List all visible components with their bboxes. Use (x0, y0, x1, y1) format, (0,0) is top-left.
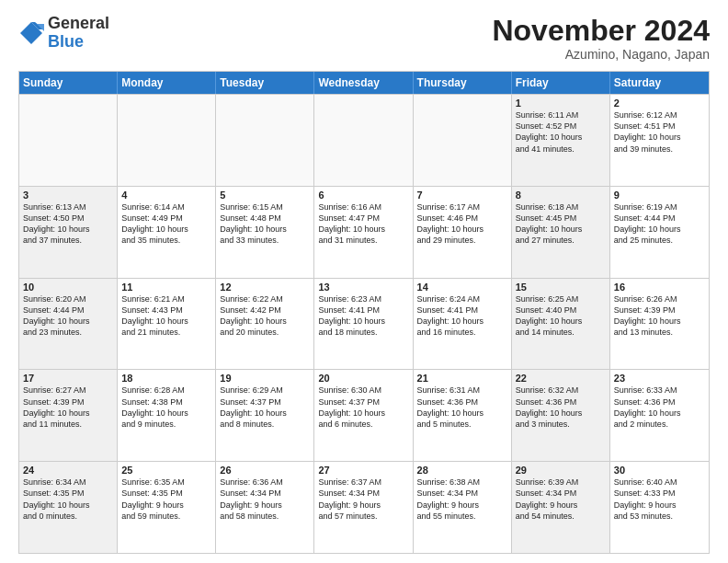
cal-cell (19, 95, 118, 186)
calendar: SundayMondayTuesdayWednesdayThursdayFrid… (18, 71, 710, 554)
day-info: Sunrise: 6:13 AM Sunset: 4:50 PM Dayligh… (23, 201, 113, 247)
day-info: Sunrise: 6:36 AM Sunset: 4:34 PM Dayligh… (220, 477, 310, 522)
calendar-header: SundayMondayTuesdayWednesdayThursdayFrid… (19, 72, 709, 94)
cal-cell (414, 95, 512, 186)
day-info: Sunrise: 6:16 AM Sunset: 4:47 PM Dayligh… (318, 201, 408, 247)
header-day-tuesday: Tuesday (216, 72, 314, 94)
header: General Blue November 2024 Azumino, Naga… (18, 15, 710, 62)
cal-cell: 21Sunrise: 6:31 AM Sunset: 4:36 PM Dayli… (414, 370, 512, 461)
day-info: Sunrise: 6:30 AM Sunset: 4:37 PM Dayligh… (318, 385, 408, 430)
cal-cell: 16Sunrise: 6:26 AM Sunset: 4:39 PM Dayli… (610, 279, 709, 370)
day-number: 22 (516, 373, 606, 384)
cal-cell: 14Sunrise: 6:24 AM Sunset: 4:41 PM Dayli… (414, 279, 512, 370)
day-info: Sunrise: 6:33 AM Sunset: 4:36 PM Dayligh… (614, 385, 705, 430)
cal-cell: 19Sunrise: 6:29 AM Sunset: 4:37 PM Dayli… (216, 370, 314, 461)
logo-blue: Blue (48, 33, 109, 52)
day-info: Sunrise: 6:23 AM Sunset: 4:41 PM Dayligh… (318, 293, 408, 339)
cal-cell: 7Sunrise: 6:17 AM Sunset: 4:46 PM Daylig… (414, 187, 512, 278)
day-number: 11 (121, 282, 211, 293)
cal-cell (118, 95, 216, 186)
cal-cell: 10Sunrise: 6:20 AM Sunset: 4:44 PM Dayli… (19, 279, 118, 370)
day-number: 18 (121, 373, 211, 384)
day-info: Sunrise: 6:39 AM Sunset: 4:34 PM Dayligh… (516, 477, 606, 522)
location: Azumino, Nagano, Japan (492, 47, 710, 62)
day-number: 15 (516, 282, 606, 293)
title-block: November 2024 Azumino, Nagano, Japan (492, 15, 710, 62)
day-number: 16 (614, 282, 705, 293)
cal-cell: 20Sunrise: 6:30 AM Sunset: 4:37 PM Dayli… (314, 370, 413, 461)
cal-cell: 29Sunrise: 6:39 AM Sunset: 4:34 PM Dayli… (512, 462, 610, 553)
cal-cell: 11Sunrise: 6:21 AM Sunset: 4:43 PM Dayli… (118, 279, 216, 370)
day-info: Sunrise: 6:27 AM Sunset: 4:39 PM Dayligh… (23, 385, 113, 430)
cal-cell: 9Sunrise: 6:19 AM Sunset: 4:44 PM Daylig… (610, 187, 709, 278)
header-day-saturday: Saturday (610, 72, 709, 94)
cal-cell: 13Sunrise: 6:23 AM Sunset: 4:41 PM Dayli… (314, 279, 413, 370)
day-info: Sunrise: 6:25 AM Sunset: 4:40 PM Dayligh… (516, 293, 606, 339)
cal-cell: 18Sunrise: 6:28 AM Sunset: 4:38 PM Dayli… (118, 370, 216, 461)
cal-cell: 8Sunrise: 6:18 AM Sunset: 4:45 PM Daylig… (512, 187, 610, 278)
day-info: Sunrise: 6:12 AM Sunset: 4:51 PM Dayligh… (614, 109, 705, 155)
day-info: Sunrise: 6:37 AM Sunset: 4:34 PM Dayligh… (318, 477, 408, 522)
day-number: 7 (417, 190, 507, 201)
day-number: 13 (318, 282, 408, 293)
day-info: Sunrise: 6:11 AM Sunset: 4:52 PM Dayligh… (516, 109, 606, 155)
cal-cell: 4Sunrise: 6:14 AM Sunset: 4:49 PM Daylig… (118, 187, 216, 278)
cal-cell: 27Sunrise: 6:37 AM Sunset: 4:34 PM Dayli… (314, 462, 413, 553)
day-info: Sunrise: 6:34 AM Sunset: 4:35 PM Dayligh… (23, 477, 113, 522)
day-number: 23 (614, 373, 705, 384)
day-number: 5 (220, 190, 310, 201)
day-info: Sunrise: 6:35 AM Sunset: 4:35 PM Dayligh… (121, 477, 211, 522)
day-info: Sunrise: 6:32 AM Sunset: 4:36 PM Dayligh… (516, 385, 606, 430)
cal-cell: 17Sunrise: 6:27 AM Sunset: 4:39 PM Dayli… (19, 370, 118, 461)
cal-cell: 28Sunrise: 6:38 AM Sunset: 4:34 PM Dayli… (414, 462, 512, 553)
cal-cell: 23Sunrise: 6:33 AM Sunset: 4:36 PM Dayli… (610, 370, 709, 461)
day-info: Sunrise: 6:19 AM Sunset: 4:44 PM Dayligh… (614, 201, 705, 247)
cal-cell: 22Sunrise: 6:32 AM Sunset: 4:36 PM Dayli… (512, 370, 610, 461)
day-number: 21 (417, 373, 507, 384)
day-number: 4 (121, 190, 211, 201)
day-info: Sunrise: 6:29 AM Sunset: 4:37 PM Dayligh… (220, 385, 310, 430)
day-number: 27 (318, 465, 408, 476)
day-info: Sunrise: 6:28 AM Sunset: 4:38 PM Dayligh… (121, 385, 211, 430)
cal-week-1: 1Sunrise: 6:11 AM Sunset: 4:52 PM Daylig… (19, 94, 709, 186)
cal-cell: 1Sunrise: 6:11 AM Sunset: 4:52 PM Daylig… (512, 95, 610, 186)
day-number: 30 (614, 465, 705, 476)
day-number: 19 (220, 373, 310, 384)
header-day-friday: Friday (512, 72, 610, 94)
header-day-wednesday: Wednesday (314, 72, 413, 94)
calendar-body: 1Sunrise: 6:11 AM Sunset: 4:52 PM Daylig… (19, 94, 709, 553)
day-info: Sunrise: 6:15 AM Sunset: 4:48 PM Dayligh… (220, 201, 310, 247)
cal-week-5: 24Sunrise: 6:34 AM Sunset: 4:35 PM Dayli… (19, 461, 709, 553)
logo-icon (18, 20, 44, 46)
logo-text: General Blue (48, 15, 109, 52)
day-number: 25 (121, 465, 211, 476)
header-day-thursday: Thursday (414, 72, 512, 94)
day-info: Sunrise: 6:14 AM Sunset: 4:49 PM Dayligh… (121, 201, 211, 247)
day-number: 24 (23, 465, 113, 476)
day-number: 2 (614, 98, 705, 109)
cal-cell: 30Sunrise: 6:40 AM Sunset: 4:33 PM Dayli… (610, 462, 709, 553)
day-number: 3 (23, 190, 113, 201)
day-number: 20 (318, 373, 408, 384)
header-day-sunday: Sunday (19, 72, 118, 94)
cal-week-2: 3Sunrise: 6:13 AM Sunset: 4:50 PM Daylig… (19, 186, 709, 278)
month-title: November 2024 (492, 15, 710, 47)
cal-cell: 26Sunrise: 6:36 AM Sunset: 4:34 PM Dayli… (216, 462, 314, 553)
day-number: 28 (417, 465, 507, 476)
day-number: 10 (23, 282, 113, 293)
cal-week-3: 10Sunrise: 6:20 AM Sunset: 4:44 PM Dayli… (19, 278, 709, 370)
cal-cell (314, 95, 413, 186)
day-info: Sunrise: 6:17 AM Sunset: 4:46 PM Dayligh… (417, 201, 507, 247)
day-info: Sunrise: 6:38 AM Sunset: 4:34 PM Dayligh… (417, 477, 507, 522)
cal-cell: 2Sunrise: 6:12 AM Sunset: 4:51 PM Daylig… (610, 95, 709, 186)
day-info: Sunrise: 6:31 AM Sunset: 4:36 PM Dayligh… (417, 385, 507, 430)
cal-cell (216, 95, 314, 186)
cal-cell: 15Sunrise: 6:25 AM Sunset: 4:40 PM Dayli… (512, 279, 610, 370)
day-number: 17 (23, 373, 113, 384)
day-number: 29 (516, 465, 606, 476)
day-number: 9 (614, 190, 705, 201)
day-info: Sunrise: 6:40 AM Sunset: 4:33 PM Dayligh… (614, 477, 705, 522)
cal-week-4: 17Sunrise: 6:27 AM Sunset: 4:39 PM Dayli… (19, 369, 709, 461)
day-number: 26 (220, 465, 310, 476)
day-number: 12 (220, 282, 310, 293)
